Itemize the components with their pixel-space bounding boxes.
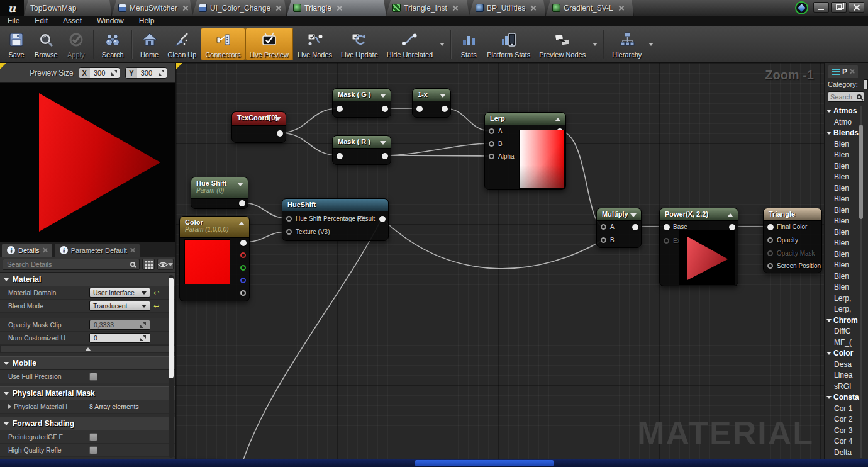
node-lerp[interactable]: LerpABAlpha bbox=[484, 112, 566, 190]
details-search-input[interactable]: Search Details bbox=[3, 259, 140, 270]
input-pin[interactable] bbox=[337, 153, 343, 159]
node-mask-g[interactable]: Mask ( G ) bbox=[332, 88, 391, 118]
palette-category-dropdown[interactable] bbox=[864, 79, 868, 89]
menu-file[interactable]: File bbox=[0, 16, 27, 25]
tab-close-icon[interactable] bbox=[619, 6, 624, 11]
node-wire[interactable] bbox=[384, 155, 491, 156]
node-power[interactable]: Power(X, 2.2)BaseExp bbox=[659, 208, 738, 286]
minimize-button[interactable] bbox=[813, 2, 829, 13]
preview-nodes-dropdown-arrow[interactable] bbox=[593, 43, 598, 46]
output-pin[interactable] bbox=[239, 200, 245, 206]
reset-to-default-icon[interactable]: ↩ bbox=[153, 290, 159, 296]
clean-up-button[interactable]: Clean Up bbox=[164, 28, 201, 60]
input-pin[interactable] bbox=[767, 224, 774, 230]
section-mobile[interactable]: Mobile bbox=[0, 356, 176, 370]
preview-size-y-field[interactable]: Y 300 bbox=[125, 67, 167, 79]
hide-unrelated-dropdown-arrow[interactable] bbox=[440, 43, 445, 46]
output-pin[interactable] bbox=[442, 106, 448, 112]
tab-close-icon[interactable] bbox=[130, 248, 135, 252]
menu-edit[interactable]: Edit bbox=[27, 16, 55, 25]
output-pin[interactable] bbox=[632, 224, 638, 230]
input-pin[interactable] bbox=[489, 141, 494, 147]
output-pin[interactable] bbox=[240, 240, 247, 246]
menu-window[interactable]: Window bbox=[89, 16, 131, 25]
node-wire[interactable] bbox=[279, 108, 339, 133]
node-header[interactable]: Mask ( G ) bbox=[333, 89, 391, 101]
property-matrix-button[interactable] bbox=[142, 259, 155, 270]
output-pin[interactable] bbox=[382, 106, 388, 112]
node-hueshift-fn[interactable]: HueShiftHue Shift Percentage (S)Texture … bbox=[282, 198, 389, 241]
tab-parameter-default[interactable]: i Parameter Default bbox=[55, 244, 140, 257]
apply-button[interactable]: Apply bbox=[62, 28, 90, 60]
section-forward-shading[interactable]: Forward Shading bbox=[0, 417, 176, 430]
node-texcoord[interactable]: TexCoord[0] bbox=[231, 111, 286, 143]
node-header[interactable]: Multiply bbox=[597, 208, 641, 221]
node-wire[interactable] bbox=[382, 218, 603, 269]
node-header[interactable]: Power(X, 2.2) bbox=[660, 208, 738, 221]
palette-search-input[interactable]: Search bbox=[828, 91, 864, 102]
node-header[interactable]: HueShift bbox=[282, 199, 388, 211]
collapse-arrow-icon[interactable] bbox=[238, 222, 245, 225]
input-pin[interactable] bbox=[489, 128, 494, 134]
asset-tab-bp_utilities[interactable]: BP_Utilities bbox=[469, 0, 546, 16]
input-pin[interactable] bbox=[416, 106, 423, 112]
graph-scrollbar-thumb[interactable] bbox=[415, 460, 554, 466]
collapse-arrow-icon[interactable] bbox=[237, 183, 243, 186]
restore-button[interactable] bbox=[831, 2, 847, 13]
input-pin[interactable] bbox=[286, 216, 292, 222]
node-wire[interactable] bbox=[279, 133, 339, 155]
drag-resize-icon[interactable] bbox=[159, 70, 164, 76]
menu-asset[interactable]: Asset bbox=[55, 16, 89, 25]
node-header[interactable]: Lerp bbox=[485, 113, 565, 125]
node-hue-shift-param[interactable]: Hue ShiftParam (0) bbox=[191, 177, 248, 209]
tab-close-icon[interactable] bbox=[337, 6, 342, 11]
output-pin[interactable] bbox=[382, 153, 388, 159]
drag-resize-icon[interactable] bbox=[111, 70, 117, 76]
output-pin[interactable] bbox=[277, 130, 283, 137]
tab-details[interactable]: i Details bbox=[2, 244, 52, 257]
node-header[interactable]: Mask ( R ) bbox=[333, 136, 391, 149]
x-value[interactable]: 300 bbox=[90, 69, 109, 77]
checkbox-preintegratedgf-f[interactable] bbox=[89, 433, 97, 441]
node-wire[interactable] bbox=[241, 218, 382, 459]
input-pin[interactable] bbox=[489, 154, 494, 159]
tab-close-icon[interactable] bbox=[276, 6, 281, 11]
node-header[interactable]: TexCoord[0] bbox=[232, 112, 286, 126]
material-preview-viewport[interactable] bbox=[0, 83, 176, 242]
close-button[interactable] bbox=[849, 2, 864, 13]
tab-close-icon[interactable] bbox=[453, 6, 458, 11]
input-pin[interactable] bbox=[664, 224, 670, 230]
asset-tab-ui_color_change[interactable]: UI_Color_Change bbox=[192, 0, 287, 16]
tab-palette[interactable]: P bbox=[828, 65, 858, 78]
asset-tab-menuswitcher[interactable]: MenuSwitcher bbox=[112, 0, 192, 16]
connectors-button[interactable]: Connectors bbox=[201, 28, 245, 60]
collapse-arrow-icon[interactable] bbox=[727, 213, 733, 217]
output-pin[interactable] bbox=[729, 224, 735, 230]
live-nodes-button[interactable]: Live Nodes bbox=[293, 28, 337, 60]
tab-close-icon[interactable] bbox=[531, 6, 536, 11]
y-value[interactable]: 300 bbox=[137, 69, 156, 77]
menu-help[interactable]: Help bbox=[131, 16, 162, 25]
node-multiply[interactable]: MultiplyAB bbox=[596, 208, 642, 248]
tab-close-icon[interactable] bbox=[43, 248, 47, 252]
node-header[interactable]: 1-x bbox=[413, 89, 450, 101]
input-pin[interactable] bbox=[601, 237, 606, 243]
collapse-arrow-icon[interactable] bbox=[275, 117, 281, 121]
input-pin[interactable] bbox=[767, 250, 773, 256]
input-pin[interactable] bbox=[664, 238, 669, 244]
dropdown-blend-mode[interactable]: Translucent bbox=[89, 301, 150, 311]
section-physical-material-mask[interactable]: Physical Material Mask bbox=[0, 386, 176, 400]
preview-nodes-button[interactable]: Preview Nodes bbox=[535, 28, 590, 60]
section-material[interactable]: Material bbox=[0, 273, 176, 286]
preview-size-x-field[interactable]: X 300 bbox=[79, 67, 121, 79]
checkbox-high-quality-refle[interactable] bbox=[89, 446, 97, 454]
output-pin[interactable] bbox=[379, 216, 386, 222]
node-color-param[interactable]: ColorParam (1,0,0,0) bbox=[179, 216, 250, 301]
material-graph-canvas[interactable]: Zoom -1 MATERIAL TexCoord[0]Mask ( G )1-… bbox=[176, 63, 824, 459]
live-preview-button[interactable]: Live Preview bbox=[245, 28, 293, 60]
node-mask-r[interactable]: Mask ( R ) bbox=[332, 135, 391, 165]
platform-stats-button[interactable]: Platform Stats bbox=[482, 28, 535, 60]
expander-icon[interactable] bbox=[8, 404, 11, 409]
browse-button[interactable]: Browse bbox=[30, 28, 62, 60]
palette-scrollbar-thumb[interactable] bbox=[859, 125, 863, 219]
